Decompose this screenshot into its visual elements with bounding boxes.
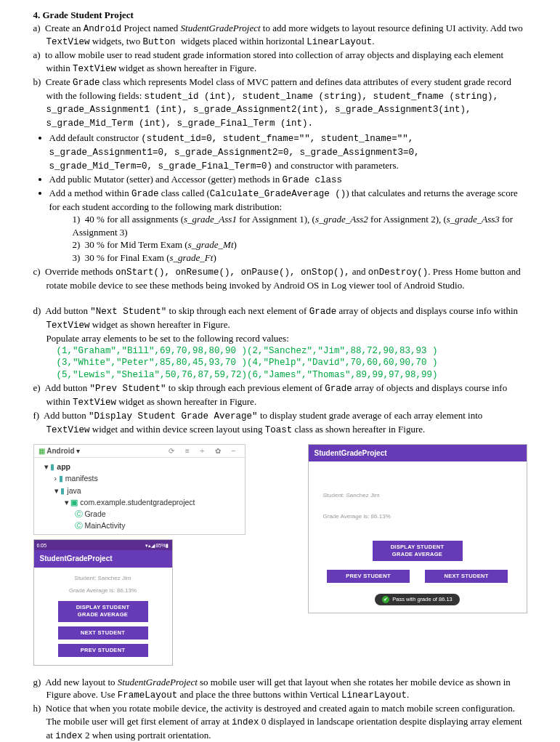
tree-app[interactable]: ▾ ▮ app: [44, 461, 239, 472]
display-average-button[interactable]: DISPLAY STUDENT GRADE AVERAGE: [58, 601, 148, 621]
ide-toolbar-icons[interactable]: ⟳ ≡ ÷ ✿ −: [169, 446, 240, 456]
item-h: h) Notice that when you rotate mobile de…: [33, 702, 527, 742]
average-text: Grade Average is: 86.13%: [323, 513, 512, 521]
item-c: c) Override methods onStart(), onResume(…: [33, 265, 527, 291]
prev-student-button[interactable]: PREV STUDENT: [58, 644, 148, 657]
student-text: Student: Sanchez Jim: [34, 575, 172, 583]
bullet-default-ctor: Add default constructor (student_id=0, s…: [49, 132, 527, 173]
record-row-1: (1,"Graham","Bill",69,70,98,80,90 )(2,"S…: [70, 345, 527, 358]
item-g: g) Add new layout to StudentGradeProject…: [33, 676, 527, 702]
tree-java[interactable]: ▾ ▮ java: [54, 485, 239, 496]
item-a1: a) Create an Android Project named Stude…: [33, 22, 527, 49]
tree-manifests[interactable]: › ▮ manifests: [54, 472, 239, 484]
student-text: Student: Sanchez Jim: [323, 492, 512, 500]
ide-dropdown[interactable]: Android: [46, 446, 74, 456]
ide-project-tree: ▦ Android ▾ ⟳ ≡ ÷ ✿ − ▾ ▮ app › ▮ manife…: [33, 444, 245, 536]
bullet-mutator-accessor: Add public Mutator (setter) and Accessor…: [49, 173, 527, 187]
section-heading: 4. Grade Student Project: [33, 9, 527, 22]
android-icon: ▦: [38, 446, 45, 456]
chevron-down-icon[interactable]: ▾: [75, 446, 81, 456]
item-b: b) Create Grade class which represents M…: [33, 76, 527, 131]
record-row-2: (3,"White","Peter",85,80,45,93,70 )(4,"P…: [70, 357, 527, 369]
item-a2: a) to allow mobile user to read student …: [33, 49, 527, 75]
next-student-button[interactable]: NEXT STUDENT: [58, 626, 148, 640]
bullet-calc-average: Add a method within Grade class called (…: [49, 187, 527, 265]
tree-class-mainactivity[interactable]: Ⓒ MainActivity: [75, 520, 239, 531]
item-d: d) Add button "Next Student" to skip thr…: [33, 305, 527, 382]
record-row-3: (5,"Lewis","Sheila",50,76,87,59,72)(6,"J…: [70, 369, 527, 382]
status-bar: 6:05▾▴◢ 85%▮: [34, 540, 172, 550]
app-bar: StudentGradeProject: [34, 550, 172, 568]
item-b-bullets: Add default constructor (student_id=0, s…: [33, 132, 527, 264]
item-f: f) Add button "Display Student Grade Ave…: [33, 409, 527, 437]
tree-package[interactable]: ▾ ▣ com.example.studentgradeproject: [65, 496, 239, 508]
tree-class-grade[interactable]: Ⓒ Grade: [75, 508, 239, 520]
average-text: Grade Average is: 86.13%: [34, 587, 172, 595]
item-e: e) Add button "Prev Student" to skip thr…: [33, 382, 527, 409]
phone-portrait: 6:05▾▴◢ 85%▮ StudentGradeProject Student…: [33, 539, 173, 666]
toast-message: Pass with grade of 86.13: [375, 594, 460, 605]
app-bar: StudentGradeProject: [309, 445, 527, 462]
phone-landscape: StudentGradeProject Student: Sanchez Jim…: [308, 444, 527, 614]
next-student-button[interactable]: NEXT STUDENT: [425, 570, 508, 583]
prev-student-button[interactable]: PREV STUDENT: [327, 570, 410, 583]
display-average-button[interactable]: DISPLAY STUDENT GRADE AVERAGE: [373, 541, 463, 561]
